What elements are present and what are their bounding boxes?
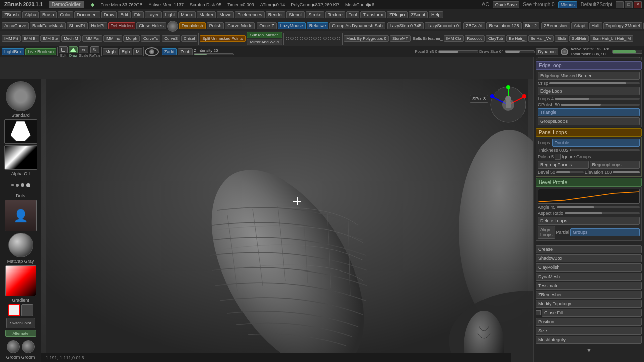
menu-light[interactable]: Light: [163, 11, 178, 18]
maximize-btn[interactable]: □: [625, 1, 633, 8]
alpha-thumbnail[interactable]: [4, 145, 37, 170]
foreground-color[interactable]: [8, 304, 20, 316]
menu-alpha[interactable]: Alpha: [22, 11, 39, 18]
close-holes-btn[interactable]: Close Holes: [136, 22, 166, 29]
modify-topology-btn[interactable]: Modify Topology: [536, 300, 642, 308]
menu-stencil[interactable]: Stencil: [286, 11, 305, 18]
triangle-btn[interactable]: Triangle: [538, 108, 640, 116]
menu-tool[interactable]: Tool: [346, 11, 360, 18]
oncez-btn[interactable]: Once Z: [257, 22, 277, 29]
polish5-checkbox[interactable]: [555, 154, 561, 160]
scrn-btn[interactable]: Scrn Hair_bri Hair_IM: [590, 35, 633, 42]
menu-help[interactable]: Help: [429, 11, 443, 18]
edgeloop-header[interactable]: EdgeLoop: [536, 61, 642, 70]
align-loops-btn[interactable]: Align Loops: [538, 226, 555, 239]
curve-mode-btn[interactable]: Curve Mode: [225, 22, 255, 29]
rococot-btn[interactable]: Rococot: [465, 35, 485, 42]
mesh-integrity-btn[interactable]: MeshIntegrity: [536, 336, 642, 344]
brush-thumbnail[interactable]: [4, 119, 37, 144]
edit-icon[interactable]: [59, 46, 68, 53]
menu-document[interactable]: Document: [74, 11, 100, 18]
nav-gizmo[interactable]: [488, 84, 528, 125]
storemt-btn[interactable]: StoreMT: [390, 35, 411, 42]
imm-inc-btn[interactable]: IMM Inc: [103, 35, 122, 42]
rotate-icon[interactable]: ↻: [90, 46, 99, 53]
groups-loops-btn[interactable]: GroupsLoops: [538, 117, 640, 125]
softhair-btn[interactable]: SoftHair: [569, 35, 589, 42]
menu-item-demo[interactable]: DemoSoldier: [49, 1, 84, 8]
color-picker[interactable]: [5, 265, 36, 296]
rgb-btn[interactable]: Rgb: [119, 48, 133, 55]
tessimate-btn[interactable]: Tessimate: [536, 282, 642, 290]
menu-macro[interactable]: Macro: [178, 11, 196, 18]
imm-b-btn[interactable]: IMM Br: [22, 35, 40, 42]
group-dyn-btn[interactable]: Group As Dynamesh Sub: [329, 22, 385, 29]
menus-btn[interactable]: Menus: [558, 1, 577, 8]
lazysmooth-btn[interactable]: LazySmoooth 0: [425, 22, 461, 29]
menu-stroke[interactable]: Stroke: [306, 11, 324, 18]
zremesher-rp-btn[interactable]: ZRemesher: [536, 291, 642, 299]
symmetry-indicator[interactable]: [145, 47, 159, 56]
showpt-btn[interactable]: ShowPt: [67, 22, 88, 29]
draw-icon[interactable]: [69, 46, 78, 53]
imm-par-btn[interactable]: IMM Par: [82, 35, 102, 42]
bevel-profile-header[interactable]: Bevel Profile: [536, 178, 642, 187]
close-btn[interactable]: ✕: [634, 1, 642, 8]
menu-movie[interactable]: Movie: [217, 11, 234, 18]
menu-color[interactable]: Color: [58, 11, 74, 18]
crease-btn[interactable]: Crease: [536, 245, 642, 253]
lazystep-btn[interactable]: LazyStep 0.745: [387, 22, 424, 29]
menu-edit[interactable]: Edit: [118, 11, 131, 18]
menu-layer[interactable]: Layer: [145, 11, 162, 18]
be-hair-btn[interactable]: Be Hair_: [506, 35, 527, 42]
m-btn[interactable]: M: [133, 48, 142, 55]
relative-btn[interactable]: Relative: [307, 22, 329, 29]
groups-loops2-btn[interactable]: Groups: [570, 228, 640, 236]
blob-btn[interactable]: Blob: [555, 35, 568, 42]
regroup-loops-btn[interactable]: RegroupLoops: [590, 161, 640, 169]
rotate-icon-group[interactable]: ↻ RoTate: [89, 46, 100, 57]
live-boolean-btn[interactable]: Live Boolean: [25, 48, 56, 55]
delete-loops-btn[interactable]: Delete Loops: [538, 217, 640, 225]
crisp-slider[interactable]: [549, 82, 640, 84]
regroup-panels-btn[interactable]: RegroupPanels: [538, 161, 589, 169]
matcap-sphere[interactable]: [8, 233, 33, 257]
brush-sphere[interactable]: [6, 81, 36, 111]
menu-transform[interactable]: Transform: [360, 11, 386, 18]
stroke-preview[interactable]: [8, 178, 33, 192]
groom-icon1[interactable]: [7, 340, 20, 353]
polish-btn[interactable]: Polish: [207, 22, 224, 29]
angle-slider[interactable]: [557, 206, 640, 208]
lazymouse-btn[interactable]: LazyMouse: [278, 22, 306, 29]
edgeloop-masked-btn[interactable]: Edgeloop Masked Border: [538, 72, 640, 80]
zadd-btn[interactable]: Zadd: [162, 48, 177, 55]
close-fill-btn[interactable]: Close Fill: [542, 309, 642, 317]
focal-shift-slider[interactable]: [438, 50, 478, 53]
menu-brush[interactable]: Brush: [40, 11, 57, 18]
background-color[interactable]: [21, 304, 33, 316]
scale-icon-group[interactable]: ⇔ Scale: [79, 46, 88, 57]
quicksave-btn[interactable]: QuickSave: [493, 1, 520, 8]
scale-icon[interactable]: ⇔: [79, 46, 88, 53]
accucurve-btn[interactable]: AccuCurve: [2, 22, 29, 29]
mech-m-btn[interactable]: Mech M: [61, 35, 80, 42]
menu-preferences[interactable]: Preferences: [235, 11, 265, 18]
lightbox-btn[interactable]: LightBox: [2, 48, 24, 55]
shadowbox-btn[interactable]: ShadowBox: [536, 254, 642, 262]
menu-marker[interactable]: Marker: [197, 11, 216, 18]
hidept-btn[interactable]: HidePt: [89, 22, 107, 29]
mrgb-btn[interactable]: Mrgb: [103, 48, 118, 55]
chisel-btn[interactable]: Chisel: [181, 35, 197, 42]
zbgs-btn[interactable]: ZBGs At: [463, 22, 486, 29]
minimize-btn[interactable]: —: [616, 1, 624, 8]
curvet-btn[interactable]: CurveTc: [141, 35, 160, 42]
edge-loop-btn[interactable]: Edge Loop: [538, 87, 640, 95]
mask-polygroups-btn[interactable]: Mask By Polygroups 0: [344, 35, 389, 42]
dynamic-btn[interactable]: Dynamic: [536, 48, 558, 55]
subtool-master-btn[interactable]: SubTool Master: [247, 32, 282, 38]
backface-mask-btn[interactable]: BackFaceMask: [30, 22, 66, 29]
draw-size-slider[interactable]: [505, 50, 535, 53]
menu-zscript[interactable]: ZScript: [409, 11, 428, 18]
switch-color-btn[interactable]: SwitchColor: [6, 318, 35, 329]
size-btn[interactable]: Size: [536, 327, 642, 335]
